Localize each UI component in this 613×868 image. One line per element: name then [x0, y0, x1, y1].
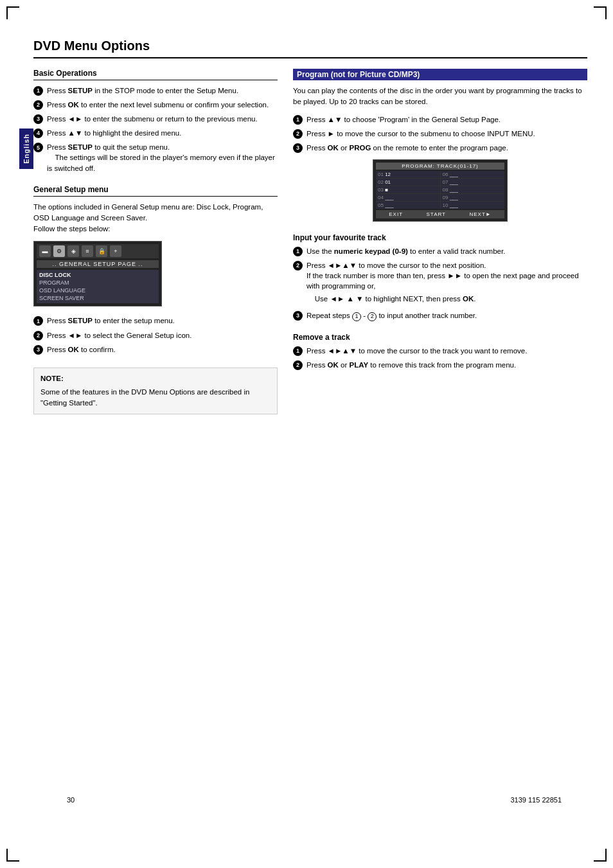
footer-exit: EXIT [389, 211, 403, 217]
basic-operations-list: 1 Press SETUP in the STOP mode to enter … [33, 85, 278, 173]
step-text: Repeat steps 1 - 2 to input another trac… [306, 310, 587, 321]
step-number: 4 [33, 128, 43, 138]
step-number: 2 [293, 129, 303, 139]
continuation-text-2: Use ◄► ▲ ▼ to highlight NEXT, then press… [306, 294, 476, 304]
program-track-grid: 01 12 06 ___ 02 01 07 ___ 03 ■ 08 ___ 04… [376, 171, 504, 209]
step-text: Press ◄►▲▼ to move the cursor to the nex… [306, 260, 486, 270]
step-number: 1 [33, 86, 43, 96]
corner-mark-tl [6, 6, 19, 19]
step-text: Press OK to enter the next level submenu… [47, 100, 278, 110]
list-item: 3 Press OK to confirm. [33, 344, 278, 355]
continuation-text: If the track number is more than ten, pr… [306, 270, 587, 291]
menu-icon-2: ⚙ [53, 245, 65, 257]
language-tab-label: English [22, 134, 30, 164]
remove-track-steps: 1 Press ◄►▲▼ to move the cursor to the t… [293, 346, 587, 370]
step-number: 2 [33, 331, 43, 341]
corner-mark-bl [6, 849, 19, 862]
list-item: 1 Press ◄►▲▼ to move the cursor to the t… [293, 346, 587, 356]
step-text: Press SETUP in the STOP mode to enter th… [47, 85, 278, 96]
step-number: 2 [293, 360, 303, 370]
step-number: 5 [33, 143, 43, 152]
step-text: Press ◄► to select the General Setup ico… [47, 330, 278, 341]
step-text: Press OK or PROG on the remote to enter … [306, 143, 587, 153]
program-footer: EXIT START NEXT► [376, 210, 504, 218]
prog-cell: 05 ___ [376, 202, 440, 209]
note-body: Some of the features in the DVD Menu Opt… [40, 387, 271, 409]
prog-cell: 09 ___ [441, 194, 505, 201]
step-number: 3 [293, 143, 303, 153]
general-setup-steps: 1 Press SETUP to enter the setup menu. 2… [33, 315, 278, 354]
menu-icon-3: ◈ [67, 245, 79, 257]
program-track-header: PROGRAM: TRACK(01-17) [376, 163, 504, 170]
list-item: 1 Use the numeric keypad (0-9) to enter … [293, 246, 587, 256]
list-item: 4 Press ▲▼ to highlight the desired menu… [33, 128, 278, 138]
program-steps: 1 Press ▲▼ to choose 'Program' in the Ge… [293, 114, 587, 153]
step-text: Press ◄►▲▼ to move the cursor to the tra… [306, 346, 587, 356]
step-number: 3 [33, 114, 43, 124]
list-item: 2 Press ◄►▲▼ to move the cursor to the n… [293, 260, 587, 306]
step-text: Press ► to move the cursor to the submen… [306, 128, 587, 139]
step-text: Press ▲▼ to highlight the desired menu. [47, 128, 278, 138]
list-item: 2 Press OK or PLAY to remove this track … [293, 360, 587, 370]
menu-item-program: PROGRAM [39, 279, 156, 287]
note-title: NOTE: [40, 373, 271, 384]
step-text: Press SETUP to enter the setup menu. [47, 315, 278, 326]
step-number: 2 [33, 100, 43, 110]
basic-operations-section: Basic Operations 1 Press SETUP in the ST… [33, 69, 278, 173]
setup-menu-icon-bar: ▬ ⚙ ◈ ≡ 🔒 + [37, 244, 159, 258]
step-text: Press ▲▼ to choose 'Program' in the Gene… [306, 114, 587, 125]
corner-mark-tr [594, 6, 607, 19]
menu-item-screen-saver: SCREEN SAVER [39, 294, 156, 302]
remove-track-section: Remove a track 1 Press ◄►▲▼ to move the … [293, 333, 587, 370]
menu-icon-4: ≡ [82, 245, 93, 257]
step-text: Press OK or PLAY to remove this track fr… [306, 360, 587, 370]
product-code: 3139 115 22851 [510, 796, 562, 804]
list-item: 5 Press SETUP to quit the setup menu. Th… [33, 142, 278, 173]
main-content: DVD Menu Options Basic Operations 1 Pres… [33, 39, 587, 829]
input-track-title: Input your favourite track [293, 233, 587, 242]
program-section: Program (not for Picture CD/MP3) You can… [293, 69, 587, 222]
step-text: Use the numeric keypad (0-9) to enter a … [306, 246, 587, 256]
footer-start: START [427, 211, 446, 217]
program-track-image: PROGRAM: TRACK(01-17) 01 12 06 ___ 02 01… [373, 159, 508, 222]
list-item: 3 Repeat steps 1 - 2 to input another tr… [293, 310, 587, 321]
prog-cell: 03 ■ [376, 186, 440, 193]
corner-mark-br [594, 849, 607, 862]
left-column: Basic Operations 1 Press SETUP in the ST… [33, 69, 278, 414]
page-title: DVD Menu Options [33, 39, 587, 58]
program-title: Program (not for Picture CD/MP3) [293, 69, 587, 80]
step-number: 1 [293, 346, 303, 356]
step-number: 2 [293, 261, 303, 270]
list-item: 3 Press ◄► to enter the submenu or retur… [33, 114, 278, 124]
step-number: 3 [33, 345, 43, 355]
general-setup-section: General Setup menu The options included … [33, 185, 278, 355]
right-column: Program (not for Picture CD/MP3) You can… [293, 69, 587, 414]
input-track-steps: 1 Use the numeric keypad (0-9) to enter … [293, 246, 587, 321]
menu-icon-6: + [110, 245, 121, 257]
list-item: 1 Press ▲▼ to choose 'Program' in the Ge… [293, 114, 587, 125]
note-box: NOTE: Some of the features in the DVD Me… [33, 368, 278, 415]
list-item: 2 Press ◄► to select the General Setup i… [33, 330, 278, 341]
step-text: Press ◄► to enter the submenu or return … [47, 114, 278, 124]
basic-operations-title: Basic Operations [33, 69, 278, 80]
general-setup-title: General Setup menu [33, 185, 278, 197]
prog-cell: 02 01 [376, 179, 440, 186]
menu-icon-5: 🔒 [96, 245, 107, 257]
remove-track-title: Remove a track [293, 333, 587, 342]
prog-cell: 01 12 [376, 171, 440, 178]
setup-menu-items: DISC LOCK PROGRAM OSD LANGUAGE SCREEN SA… [37, 270, 159, 303]
prog-cell: 04 ___ [376, 194, 440, 201]
step-number: 3 [293, 311, 303, 321]
setup-menu-label: .. GENERAL SETUP PAGE .. [37, 260, 159, 268]
setup-menu-image: ▬ ⚙ ◈ ≡ 🔒 + .. GENERAL SETUP PAGE .. DIS… [33, 241, 162, 306]
step-text: Press SETUP to quit the setup menu. The … [47, 142, 278, 173]
list-item: 3 Press OK or PROG on the remote to ente… [293, 143, 587, 153]
list-item: 1 Press SETUP to enter the setup menu. [33, 315, 278, 326]
list-item: 2 Press OK to enter the next level subme… [33, 100, 278, 110]
menu-item-disc-lock: DISC LOCK [39, 271, 156, 279]
prog-cell: 08 ___ [441, 186, 505, 193]
step-text: Press OK to confirm. [47, 344, 278, 355]
program-body: You can play the contents of the disc in… [293, 85, 587, 108]
prog-cell: 06 ___ [441, 171, 505, 178]
menu-icon-1: ▬ [39, 245, 51, 257]
